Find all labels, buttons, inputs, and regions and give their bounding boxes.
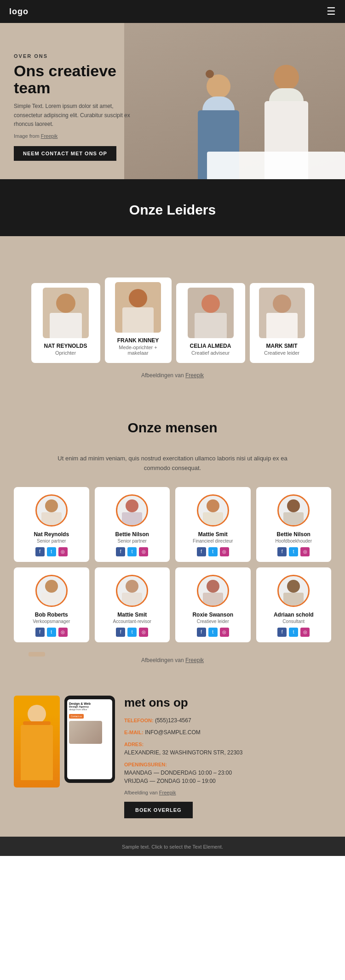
- contact-address-value: ALEXANDRIE, 32 WASHINGTORN STR, 22303: [124, 749, 242, 756]
- team-card-7: Adriaan schold Consultant f t ◎: [256, 567, 332, 642]
- leader-name-nat: NAT REYNOLDS: [44, 343, 87, 349]
- leader-name-mark: MARK SMIT: [266, 343, 298, 349]
- twitter-icon-1[interactable]: t: [127, 547, 137, 556]
- facebook-icon-0[interactable]: f: [35, 547, 45, 556]
- team-socials-7: f t ◎: [277, 628, 310, 637]
- team-name-1: Bettie Nilson: [115, 531, 149, 538]
- facebook-icon-7[interactable]: f: [277, 628, 287, 637]
- contact-freepik-link[interactable]: Freepik: [159, 790, 176, 795]
- leaders-cards: NAT REYNOLDS Oprichter FRANK KINNEY Mede…: [9, 250, 336, 363]
- team-name-0: Nat Reynolds: [34, 531, 69, 538]
- leader-avatar-mark: [259, 288, 305, 338]
- team-name-5: Mattie Smit: [117, 612, 147, 618]
- navbar: logo ☰: [0, 0, 345, 23]
- contact-hours-label: OPENINGSUREN:: [124, 762, 167, 767]
- contact-photos: Design & Web Design Agency design from o…: [14, 696, 115, 787]
- twitter-icon-3[interactable]: t: [289, 547, 298, 556]
- hero-label: OVER ONS: [14, 53, 138, 59]
- team-card-1: Bettie Nilson Senior partner f t ◎: [95, 487, 170, 562]
- team-name-6: Roxie Swanson: [192, 612, 233, 618]
- team-credit: Afbeeldingen van Freepik: [14, 648, 331, 663]
- hamburger-icon[interactable]: ☰: [327, 6, 336, 17]
- team-name-2: Mattie Smit: [198, 531, 228, 538]
- team-freepik-link[interactable]: Freepik: [185, 657, 204, 663]
- twitter-icon-2[interactable]: t: [208, 547, 218, 556]
- hero-contact-button[interactable]: NEEM CONTACT MET ONS OP: [14, 146, 116, 161]
- twitter-icon-6[interactable]: t: [208, 628, 218, 637]
- leader-card-nat: NAT REYNOLDS Oprichter: [31, 283, 100, 363]
- contact-address-label: ADRES:: [124, 742, 144, 747]
- hero-image-credit: Image from Freepik: [14, 133, 138, 139]
- team-socials-1: f t ◎: [116, 547, 148, 556]
- twitter-icon-5[interactable]: t: [127, 628, 137, 637]
- twitter-icon-7[interactable]: t: [289, 628, 298, 637]
- contact-phone-mockup: Design & Web Design Agency design from o…: [64, 696, 115, 783]
- team-avatar-7: [277, 575, 310, 607]
- leader-avatar-frank: [115, 282, 161, 333]
- instagram-icon-5[interactable]: ◎: [139, 628, 148, 637]
- twitter-icon-0[interactable]: t: [47, 547, 56, 556]
- team-avatar-4: [35, 575, 68, 607]
- facebook-icon-4[interactable]: f: [35, 628, 45, 637]
- team-grid-row2: Bob Roberts Verkoopsmanager f t ◎ Mattie…: [14, 567, 331, 642]
- phone-screen: Design & Web Design Agency design from o…: [67, 699, 112, 779]
- instagram-icon-7[interactable]: ◎: [300, 628, 310, 637]
- contact-book-button[interactable]: BOEK OVERLEG: [124, 802, 193, 818]
- facebook-icon-1[interactable]: f: [116, 547, 125, 556]
- team-socials-2: f t ◎: [197, 547, 229, 556]
- team-subtitle: Ut enim ad minim veniam, quis nostrud ex…: [58, 454, 288, 473]
- contact-email-label: E-MAIL:: [124, 730, 144, 735]
- team-role-3: Hoofdboekhouder: [275, 538, 312, 544]
- leader-card-mark: MARK SMIT Creatieve leider: [250, 283, 314, 363]
- facebook-icon-2[interactable]: f: [197, 547, 206, 556]
- team-avatar-3: [277, 494, 310, 527]
- leaders-freepik-link[interactable]: Freepik: [185, 372, 204, 379]
- team-role-7: Consultant: [282, 619, 305, 624]
- contact-title: met ons op: [124, 696, 331, 710]
- leaders-section: Onze Leiders NAT REYNOLDS Oprichter: [0, 179, 345, 397]
- team-card-2: Mattie Smit Financieel directeur f t ◎: [175, 487, 251, 562]
- team-socials-4: f t ◎: [35, 628, 68, 637]
- contact-woman-photo: [14, 696, 60, 787]
- contact-hours-row: OPENINGSUREN: MAANDAG — DONDERDAG 10:00 …: [124, 760, 331, 785]
- leader-role-mark: Creatieve leider: [264, 350, 299, 356]
- team-avatar-1: [116, 494, 148, 527]
- leader-avatar-nat: [43, 288, 89, 338]
- instagram-icon-1[interactable]: ◎: [139, 547, 148, 556]
- contact-credit: Afbeelding van Freepik: [124, 790, 331, 795]
- instagram-icon-2[interactable]: ◎: [220, 547, 229, 556]
- team-name-7: Adriaan schold: [274, 612, 314, 618]
- team-section: Onze mensen Ut enim ad minim veniam, qui…: [0, 397, 345, 677]
- instagram-icon-6[interactable]: ◎: [220, 628, 229, 637]
- leader-card-frank: FRANK KINNEY Mede-oprichter + makelaar: [105, 278, 172, 363]
- instagram-icon-3[interactable]: ◎: [300, 547, 310, 556]
- team-avatar-2: [197, 494, 229, 527]
- hero-freepik-link[interactable]: Freepik: [41, 133, 58, 139]
- logo: logo: [9, 7, 29, 17]
- hero-title: Ons creatieve team: [14, 62, 138, 97]
- hero-text: Simple Text. Lorem ipsum dolor sit amet,…: [14, 102, 138, 129]
- twitter-icon-4[interactable]: t: [47, 628, 56, 637]
- contact-phone-value: (555)123-4567: [155, 717, 191, 724]
- leaders-bg: NAT REYNOLDS Oprichter FRANK KINNEY Mede…: [0, 236, 345, 397]
- instagram-icon-0[interactable]: ◎: [58, 547, 68, 556]
- contact-phone-label: TELEFOON:: [124, 718, 154, 723]
- team-socials-0: f t ◎: [35, 547, 68, 556]
- facebook-icon-5[interactable]: f: [116, 628, 125, 637]
- contact-email-value: INFO@SAMPLE.COM: [145, 729, 201, 736]
- hero-section: OVER ONS Ons creatieve team Simple Text.…: [0, 23, 345, 179]
- leaders-title: Onze Leiders: [0, 202, 345, 218]
- team-card-3: Bettie Nilson Hoofdboekhouder f t ◎: [256, 487, 332, 562]
- team-role-6: Creatieve leider: [197, 619, 229, 624]
- leader-card-celia: CELIA ALMEDA Creatief adviseur: [176, 283, 245, 363]
- team-card-4: Bob Roberts Verkoopsmanager f t ◎: [14, 567, 89, 642]
- leader-role-celia: Creatief adviseur: [191, 350, 230, 356]
- facebook-icon-6[interactable]: f: [197, 628, 206, 637]
- footer: Sample text. Click to select the Text El…: [0, 837, 345, 856]
- leader-name-frank: FRANK KINNEY: [117, 337, 159, 344]
- hero-content: OVER ONS Ons creatieve team Simple Text.…: [0, 53, 138, 179]
- facebook-icon-3[interactable]: f: [277, 547, 287, 556]
- team-avatar-5: [116, 575, 148, 607]
- instagram-icon-4[interactable]: ◎: [58, 628, 68, 637]
- team-avatar-0: [35, 494, 68, 527]
